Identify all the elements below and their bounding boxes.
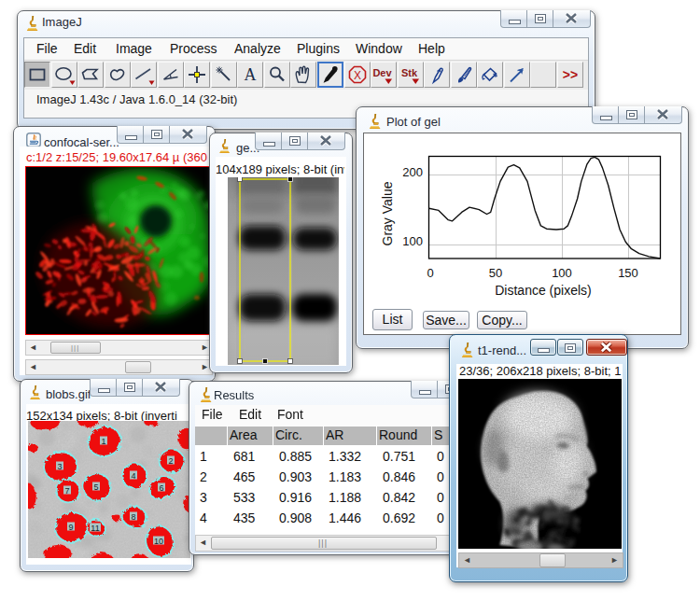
svg-text:7: 7	[64, 486, 69, 496]
svg-text:9: 9	[68, 523, 73, 532]
svg-text:100: 100	[552, 266, 572, 280]
svg-text:A: A	[245, 65, 257, 84]
svg-text:3: 3	[57, 462, 62, 471]
svg-text:>>: >>	[563, 67, 578, 82]
svg-text:Stk: Stk	[401, 67, 418, 78]
svg-text:6: 6	[159, 483, 163, 493]
svg-text:8: 8	[131, 512, 135, 522]
svg-text:11: 11	[91, 524, 99, 533]
svg-text:2: 2	[168, 456, 173, 466]
svg-text:150: 150	[618, 266, 638, 280]
svg-text:Gray Value: Gray Value	[380, 181, 395, 245]
svg-text:5: 5	[93, 482, 98, 492]
svg-text:50: 50	[489, 266, 502, 280]
svg-text:200: 200	[402, 165, 423, 179]
svg-text:0: 0	[427, 266, 433, 280]
svg-text:Dev: Dev	[372, 67, 392, 78]
svg-text:10: 10	[154, 537, 163, 546]
svg-text:X: X	[354, 69, 361, 82]
svg-text:Distance (pixels): Distance (pixels)	[495, 283, 591, 298]
svg-text:1: 1	[101, 437, 105, 446]
svg-text:4: 4	[131, 471, 135, 481]
svg-text:100: 100	[402, 234, 423, 248]
